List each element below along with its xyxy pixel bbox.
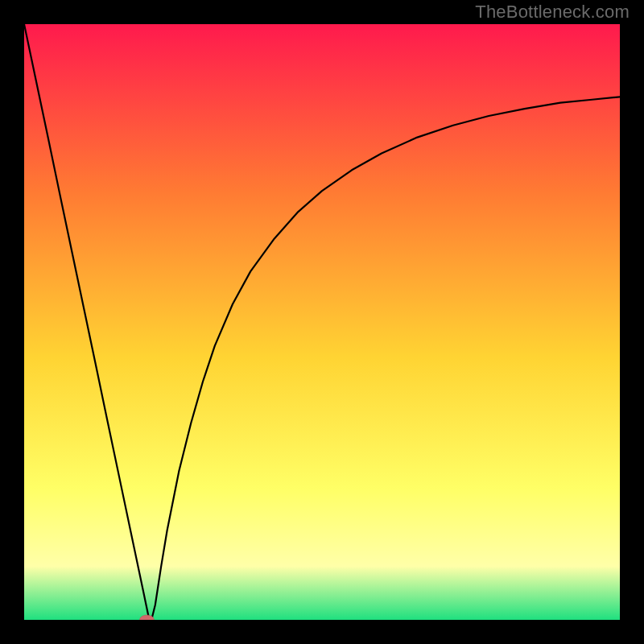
chart-svg	[24, 24, 620, 620]
chart-frame: TheBottleneck.com	[0, 0, 644, 644]
plot-area	[24, 24, 620, 620]
gradient-background	[24, 24, 620, 620]
watermark-text: TheBottleneck.com	[475, 2, 630, 23]
